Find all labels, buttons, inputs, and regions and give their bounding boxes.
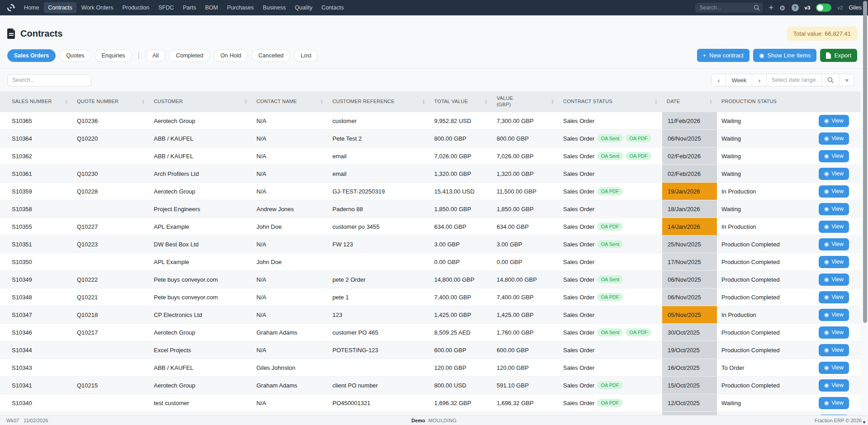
view-button[interactable]: ◉View bbox=[819, 344, 849, 356]
nav-item-work-orders[interactable]: Work Orders bbox=[77, 2, 118, 13]
nav-item-contacts[interactable]: Contacts bbox=[318, 2, 348, 13]
filter-tab-enquiries[interactable]: Enquiries bbox=[95, 49, 132, 62]
cell-status: Sales OrderOA Sent bbox=[559, 236, 662, 253]
cell-sales: S10350 bbox=[0, 253, 72, 271]
cell-total: 8,509.25 AED bbox=[430, 324, 492, 341]
date-value-highlighted: 14/Jan/2026 bbox=[662, 218, 717, 235]
contract-status-text: Sales Order bbox=[563, 135, 594, 142]
column-header-total[interactable]: TOTAL VALUE▲▼ bbox=[430, 91, 492, 112]
view-button-label: View bbox=[831, 259, 844, 265]
date-value: 06/Nov/2025 bbox=[662, 271, 717, 288]
cell-status: Sales OrderOA SentOA PDF bbox=[559, 147, 662, 165]
sort-icon[interactable]: ▲▼ bbox=[709, 99, 712, 104]
column-header-reference[interactable]: CUSTOMER REFERENCE▲▼ bbox=[328, 91, 430, 112]
prev-week-button[interactable]: ‹ bbox=[711, 74, 726, 86]
view-button[interactable]: ◉View bbox=[819, 203, 849, 215]
column-header-quote[interactable]: QUOTE NUMBER▲▼ bbox=[72, 91, 149, 112]
sort-icon[interactable]: ▲▼ bbox=[320, 99, 323, 104]
filter-tab-quotes[interactable]: Quotes bbox=[59, 49, 91, 62]
filter-tab-on-hold[interactable]: On Hold bbox=[213, 49, 248, 62]
cell-sales: S10344 bbox=[0, 341, 72, 359]
nav-item-home[interactable]: Home bbox=[20, 2, 43, 13]
cell-production: Waiting bbox=[717, 130, 806, 147]
column-header-customer[interactable]: CUSTOMER▲▼ bbox=[149, 91, 252, 112]
sort-icon[interactable]: ▲▼ bbox=[422, 99, 425, 104]
sort-icon[interactable]: ▲▼ bbox=[244, 99, 247, 104]
gear-icon[interactable]: ⚙ bbox=[779, 5, 785, 11]
nav-item-contracts[interactable]: Contracts bbox=[44, 2, 76, 13]
filter-tab-lost[interactable]: Lost bbox=[294, 49, 318, 62]
add-icon[interactable]: + bbox=[769, 4, 774, 12]
cell-gbp: 3.00 GBP bbox=[492, 236, 559, 253]
filter-tab-completed[interactable]: Completed bbox=[169, 49, 210, 62]
nav-item-purchases[interactable]: Purchases bbox=[223, 2, 258, 13]
column-header-view bbox=[806, 91, 861, 112]
view-button[interactable]: ◉View bbox=[819, 379, 849, 392]
date-value: 02/Feb/2026 bbox=[662, 165, 717, 182]
view-button[interactable]: ◉View bbox=[819, 150, 849, 162]
next-week-button[interactable]: › bbox=[752, 74, 767, 86]
cell-production: Waiting bbox=[717, 112, 806, 130]
view-button[interactable]: ◉View bbox=[819, 238, 849, 250]
filter-tab-all[interactable]: All bbox=[146, 49, 166, 62]
scrollbar-thumb[interactable] bbox=[863, 1, 867, 323]
cell-quote bbox=[72, 394, 149, 412]
cell-reference: GJ-TEST-20250319 bbox=[328, 183, 430, 200]
view-button[interactable]: ◉View bbox=[819, 132, 849, 145]
eye-icon: ◉ bbox=[824, 171, 829, 176]
view-button[interactable]: ◉View bbox=[819, 221, 849, 233]
date-search-button[interactable] bbox=[822, 74, 840, 86]
new-contract-button[interactable]: + New contract bbox=[697, 49, 749, 62]
column-header-sales[interactable]: SALES NUMBER▲▼ bbox=[0, 91, 72, 112]
table-search-input[interactable] bbox=[7, 74, 91, 86]
column-label-reference: CUSTOMER REFERENCE bbox=[332, 99, 394, 105]
show-line-items-button[interactable]: ◉ Show Line Items bbox=[753, 49, 816, 62]
version-toggle[interactable] bbox=[816, 4, 831, 12]
sort-icon[interactable]: ▲▼ bbox=[142, 99, 145, 104]
view-button[interactable]: ◉View bbox=[819, 256, 849, 268]
view-button[interactable]: ◉View bbox=[819, 326, 849, 339]
column-header-gbp[interactable]: VALUE (GBP)▲▼ bbox=[492, 91, 559, 112]
sort-icon[interactable]: ▲▼ bbox=[484, 99, 488, 104]
view-button[interactable]: ◉View bbox=[819, 115, 849, 127]
clear-date-button[interactable]: × bbox=[840, 74, 854, 86]
nav-search-input[interactable] bbox=[695, 3, 763, 13]
sort-icon[interactable]: ▲▼ bbox=[655, 99, 658, 104]
cell-sales: S10349 bbox=[0, 271, 72, 288]
view-button[interactable]: ◉View bbox=[819, 274, 849, 286]
filter-tab-cancelled[interactable]: Cancelled bbox=[251, 49, 290, 62]
nav-item-business[interactable]: Business bbox=[259, 2, 290, 13]
view-button[interactable]: ◉View bbox=[819, 397, 849, 409]
view-button[interactable]: ◉View bbox=[819, 185, 849, 198]
user-menu[interactable]: Giles bbox=[849, 5, 862, 11]
cell-contact: N/A bbox=[252, 165, 328, 183]
column-header-date[interactable]: DATE▲▼ bbox=[662, 91, 717, 112]
nav-item-bom[interactable]: BOM bbox=[201, 2, 222, 13]
version-v2-label: v2 bbox=[837, 5, 843, 10]
total-value-badge: Total value: 66,827.41 bbox=[787, 27, 857, 41]
nav-item-quality[interactable]: Quality bbox=[291, 2, 317, 13]
scrollbar-track[interactable] bbox=[862, 0, 868, 425]
week-mode-button[interactable]: Week bbox=[726, 74, 752, 86]
help-icon[interactable]: ? bbox=[792, 4, 799, 11]
contract-status-text: Sales Order bbox=[563, 223, 594, 230]
export-button[interactable]: Export bbox=[820, 49, 857, 62]
view-button[interactable]: ◉View bbox=[819, 362, 849, 374]
nav-item-parts[interactable]: Parts bbox=[179, 2, 200, 13]
view-button[interactable]: ◉View bbox=[819, 309, 849, 321]
column-header-contact[interactable]: CONTACT NAME▲▼ bbox=[252, 91, 328, 112]
view-button[interactable]: ◉View bbox=[819, 168, 849, 180]
sort-icon[interactable]: ▲▼ bbox=[551, 99, 554, 104]
page-title: Contracts bbox=[20, 28, 62, 39]
view-button[interactable]: ◉View bbox=[819, 291, 849, 303]
nav-item-production[interactable]: Production bbox=[118, 2, 153, 13]
scroll-corner-arrow[interactable]: ▼ bbox=[862, 420, 866, 425]
sort-icon[interactable]: ▲▼ bbox=[65, 99, 68, 104]
column-header-status[interactable]: CONTRACT STATUS▲▼ bbox=[559, 91, 662, 112]
filter-tab-sales-orders[interactable]: Sales Orders bbox=[7, 49, 56, 62]
cell-production: In Production bbox=[717, 218, 806, 236]
date-range-input[interactable] bbox=[767, 74, 822, 86]
version-v3-label: v3 bbox=[805, 5, 811, 10]
contract-status-text: Sales Order bbox=[563, 382, 594, 389]
nav-item-sfdc[interactable]: SFDC bbox=[154, 2, 178, 13]
